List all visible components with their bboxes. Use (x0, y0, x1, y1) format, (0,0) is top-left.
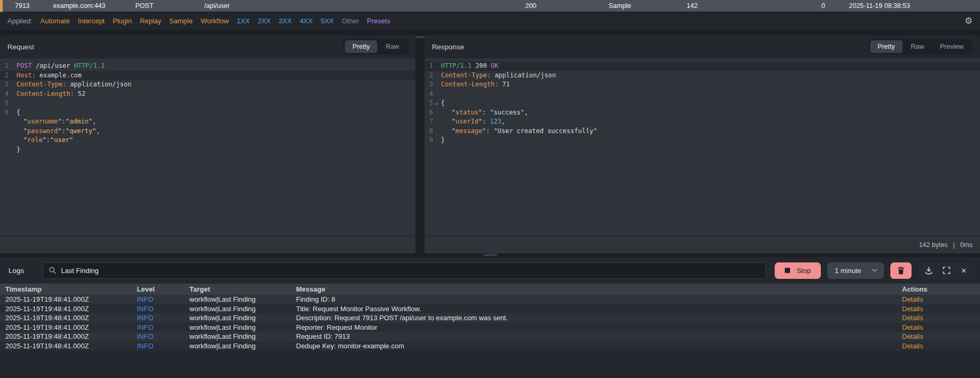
details-link[interactable]: Details (902, 295, 980, 303)
log-message: Dedupe Key: monitor-example.com (296, 342, 902, 350)
code-line-active: 1 HTTP/1.1 200 OK (424, 61, 980, 71)
filter-intercept[interactable]: Intercept (78, 17, 105, 25)
details-link[interactable]: Details (902, 305, 980, 313)
line-number: 5 (424, 99, 435, 108)
logs-search (42, 262, 766, 279)
col-actions: Actions (902, 285, 980, 293)
log-timestamp: 2025-11-19T19:48:41.000Z (0, 332, 137, 340)
log-timestamp: 2025-11-19T19:48:41.000Z (0, 342, 137, 350)
json-value: qwerty (70, 127, 92, 135)
filter-other[interactable]: Other (342, 17, 359, 25)
header-value: 71 (498, 81, 510, 88)
request-tab-raw[interactable]: Raw (378, 40, 406, 53)
splitter-handle[interactable] (483, 254, 497, 256)
splitter-handle[interactable] (415, 36, 425, 38)
code-line: 5 { (424, 99, 980, 108)
stop-button[interactable]: Stop (775, 262, 821, 279)
log-message: Request ID: 7913 (296, 332, 902, 340)
logs-panel: Logs Stop 1 minute (0, 257, 980, 378)
close-button[interactable]: × (955, 262, 973, 279)
details-link[interactable]: Details (902, 314, 980, 322)
logs-search-input[interactable] (61, 267, 760, 275)
code-line: 8 "message": "User created successfully" (424, 127, 980, 136)
fullscreen-button[interactable] (938, 262, 955, 279)
filter-replay[interactable]: Replay (140, 17, 161, 25)
log-target: workflow|Last Finding (189, 342, 296, 350)
request-view-toggle: Pretty Raw (343, 39, 408, 55)
header-name: Content-Length: (16, 90, 74, 98)
response-tab-pretty[interactable]: Pretty (870, 40, 903, 53)
status-code: 200 (472, 62, 487, 69)
filter-1xx[interactable]: 1XX (237, 17, 250, 25)
log-target: workflow|Last Finding (189, 332, 296, 340)
row-count: 0 (821, 0, 825, 12)
log-message: Description: Request 7913 POST /api/user… (296, 314, 902, 322)
json-key: password (27, 127, 58, 135)
code-line-wrapped: "role":"user" (0, 136, 415, 145)
http-history-selected-row[interactable]: 7913 example.com:443 POST /api/user 200 … (0, 0, 980, 12)
settings-gear-icon[interactable]: ⚙ (965, 16, 973, 25)
response-panel: Response Pretty Raw Preview 1 HTTP/1.1 2… (424, 35, 980, 253)
response-panel-header: Response Pretty Raw Preview (424, 35, 980, 58)
code-line: 3 Content-Length: 71 (424, 80, 980, 90)
trash-icon (897, 267, 905, 275)
log-timestamp: 2025-11-19T19:48:41.000Z (0, 323, 137, 331)
request-editor[interactable]: 1 POST /api/user HTTP/1.1 2 Host: exampl… (0, 58, 415, 236)
filter-workflow[interactable]: Workflow (201, 17, 229, 25)
details-link[interactable]: Details (902, 323, 980, 331)
json-key: userId (455, 118, 478, 125)
search-icon (49, 267, 56, 274)
json-value: success (494, 109, 521, 116)
http-path: /api/user (32, 62, 70, 69)
json-number-value: 123 (490, 118, 501, 125)
col-message: Message (296, 285, 902, 293)
header-name: Content-Length: (441, 81, 498, 88)
code-line: 9 } (424, 136, 980, 145)
log-message: Reporter: Request Monitor (296, 323, 902, 331)
fold-chevron-icon[interactable] (435, 101, 438, 105)
log-row: 2025-11-19T19:48:41.000Z INFO workflow|L… (0, 323, 980, 332)
filter-automate[interactable]: Automate (40, 17, 70, 25)
filter-4xx[interactable]: 4XX (300, 17, 313, 25)
row-method: POST (135, 0, 153, 12)
interval-select[interactable]: 1 minute (827, 262, 884, 279)
download-icon (925, 267, 933, 275)
download-button[interactable] (920, 262, 938, 279)
request-tab-pretty[interactable]: Pretty (345, 40, 377, 53)
line-number: 7 (424, 117, 435, 127)
response-tab-raw[interactable]: Raw (904, 40, 932, 53)
json-key: message (455, 127, 482, 135)
response-tab-preview[interactable]: Preview (933, 40, 971, 53)
response-panel-title: Response (432, 43, 464, 51)
filter-2xx[interactable]: 2XX (258, 17, 271, 25)
code-line-wrapped: } (0, 145, 415, 155)
log-row: 2025-11-19T19:48:41.000Z INFO workflow|L… (0, 304, 980, 314)
json-brace: } (16, 146, 20, 153)
response-editor[interactable]: 1 HTTP/1.1 200 OK 2 Content-Type: applic… (424, 58, 980, 236)
log-level: INFO (137, 342, 189, 350)
row-timestamp: 2025-11-19 08:38:53 (849, 0, 910, 12)
json-key: role (27, 136, 42, 144)
line-number: 2 (0, 71, 11, 81)
log-level: INFO (137, 305, 189, 313)
filter-sample[interactable]: Sample (169, 17, 193, 25)
line-number: 6 (0, 108, 11, 118)
clear-logs-button[interactable] (890, 262, 912, 279)
log-level: INFO (137, 332, 189, 340)
response-panel-footer: 142 bytes | 0ms (424, 236, 980, 253)
code-line: 4 Content-Length: 52 (0, 90, 415, 99)
request-panel-header: Request Pretty Raw (0, 35, 415, 58)
filter-plugin[interactable]: Plugin (112, 17, 132, 25)
line-number: 6 (424, 108, 435, 118)
filter-presets[interactable]: Presets (367, 17, 391, 25)
log-target: workflow|Last Finding (189, 305, 296, 313)
http-method: POST (16, 62, 32, 69)
line-number: 1 (0, 61, 11, 71)
header-name: Content-Type: (16, 81, 66, 88)
close-icon: × (961, 266, 967, 275)
filter-3xx[interactable]: 3XX (279, 17, 292, 25)
filter-5xx[interactable]: 5XX (320, 17, 334, 25)
details-link[interactable]: Details (902, 342, 980, 350)
details-link[interactable]: Details (902, 332, 980, 340)
line-number: 2 (424, 71, 435, 81)
